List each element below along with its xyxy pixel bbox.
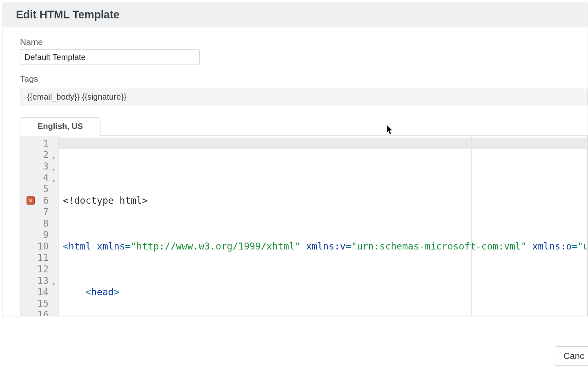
name-input[interactable] [20, 49, 200, 65]
code-editor-container: 12▾3▾4▾5✕678910111213▾141516 <!doctype h… [20, 136, 588, 316]
tab-english-us[interactable]: English, US [20, 117, 100, 136]
panel-header: Edit HTML Template [3, 3, 588, 27]
name-label: Name [20, 37, 588, 47]
gutter-line-15: 15 [20, 298, 55, 309]
print-margin [471, 136, 472, 316]
tags-display: {{email_body}} {{signature}} [20, 88, 588, 106]
fold-icon[interactable]: ▾ [50, 175, 55, 180]
fold-icon [50, 209, 55, 214]
fold-icon [50, 255, 55, 260]
fold-icon [50, 187, 55, 192]
gutter-line-13: 13▾ [20, 275, 55, 286]
gutter-line-1: 1 [20, 138, 55, 149]
fold-icon [50, 141, 55, 146]
gutter-line-7: 7 [20, 206, 55, 218]
active-line-highlight [59, 138, 587, 149]
panel-title: Edit HTML Template [16, 9, 577, 21]
fold-icon [50, 267, 55, 272]
code-area[interactable]: <!doctype html> <html xmlns="http://www.… [59, 136, 587, 316]
gutter-line-5: 5 [20, 183, 55, 195]
tags-section: Tags {{email_body}} {{signature}} [20, 74, 588, 106]
fold-icon [50, 221, 55, 226]
panel-body: Name Tags {{email_body}} {{signature}} E… [3, 27, 588, 316]
fold-icon[interactable]: ▾ [50, 278, 55, 283]
tags-label: Tags [20, 74, 588, 84]
error-icon: ✕ [27, 196, 35, 205]
fold-icon [50, 290, 55, 294]
gutter-line-3: 3▾ [20, 160, 55, 172]
fold-icon [50, 232, 55, 237]
gutter-line-11: 11 [20, 252, 55, 263]
fold-icon [50, 198, 55, 203]
fold-icon [50, 312, 55, 316]
gutter-line-16: 16 [20, 309, 55, 316]
gutter-line-9: 9 [20, 229, 55, 241]
fold-icon [50, 244, 55, 249]
gutter-line-8: 8 [20, 218, 55, 229]
gutter-line-10: 10 [20, 241, 55, 252]
fold-icon[interactable]: ▾ [50, 152, 55, 157]
line-gutter: 12▾3▾4▾5✕678910111213▾141516 [20, 136, 59, 316]
fold-icon [50, 301, 55, 306]
gutter-line-4: 4▾ [20, 172, 55, 183]
fold-icon[interactable]: ▾ [50, 164, 55, 169]
gutter-line-6: ✕6 [20, 195, 55, 206]
gutter-line-12: 12 [20, 263, 55, 275]
edit-template-panel: Edit HTML Template Name Tags {{email_bod… [2, 2, 588, 316]
gutter-line-2: 2▾ [20, 149, 55, 160]
language-tabs: English, US 12▾3▾4▾5✕678910111213▾141516… [20, 117, 588, 316]
gutter-line-14: 14 [20, 286, 55, 298]
code-editor[interactable]: 12▾3▾4▾5✕678910111213▾141516 <!doctype h… [20, 136, 587, 316]
